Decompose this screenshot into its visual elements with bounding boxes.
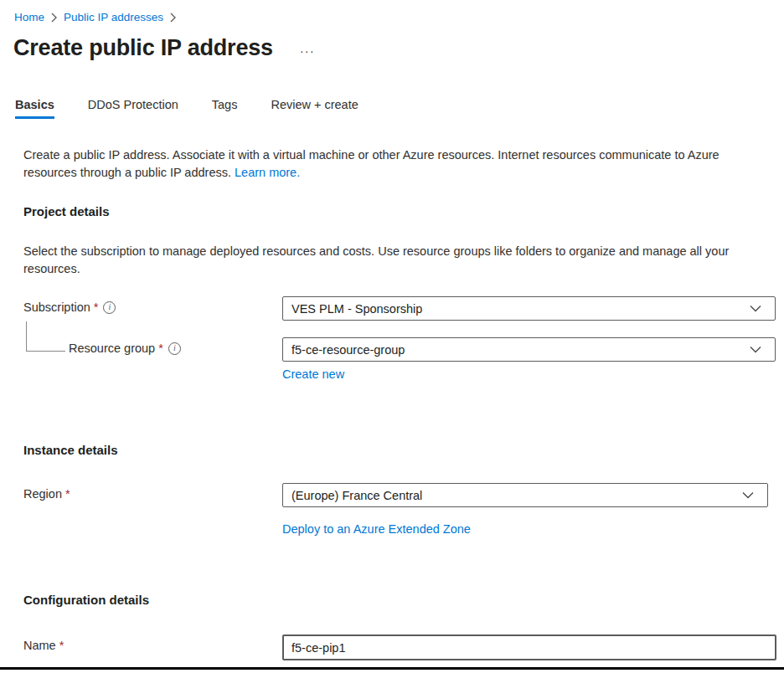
chevron-down-icon <box>750 305 761 312</box>
chevron-right-icon <box>169 13 177 23</box>
region-dropdown-value: (Europe) France Central <box>291 489 742 502</box>
create-public-ip-page: Home Public IP addresses Create public I… <box>0 0 784 673</box>
window-bottom-edge <box>0 667 784 670</box>
more-options-icon[interactable]: ··· <box>300 44 315 57</box>
chevron-right-icon <box>50 13 58 23</box>
breadcrumb: Home Public IP addresses <box>0 0 784 23</box>
region-label: Region <box>23 487 62 501</box>
subscription-label-group: Subscription * i <box>23 296 282 314</box>
region-row: Region * (Europe) France Central <box>23 483 761 507</box>
subscription-dropdown[interactable]: VES PLM - Sponsorship <box>282 296 776 321</box>
chevron-down-icon <box>742 491 754 499</box>
required-asterisk: * <box>65 487 70 501</box>
page-title: Create public IP address <box>13 35 273 61</box>
tab-basics[interactable]: Basics <box>15 98 54 119</box>
create-new-link[interactable]: Create new <box>282 367 344 381</box>
project-details-description: Select the subscription to manage deploy… <box>23 243 761 278</box>
deploy-azure-extended-zone-link[interactable]: Deploy to an Azure Extended Zone <box>282 522 471 536</box>
resource-group-dropdown[interactable]: f5-ce-resource-group <box>282 337 776 362</box>
region-label-group: Region * <box>23 483 282 501</box>
learn-more-link[interactable]: Learn more. <box>235 166 300 179</box>
tab-review-create[interactable]: Review + create <box>271 98 358 119</box>
subscription-dropdown-value: VES PLM - Sponsorship <box>291 302 750 316</box>
project-details-heading: Project details <box>23 204 761 218</box>
resource-group-row: Resource group * i f5-ce-resource-group … <box>23 337 761 382</box>
resource-group-dropdown-value: f5-ce-resource-group <box>291 343 750 357</box>
info-icon[interactable]: i <box>103 301 116 314</box>
required-asterisk: * <box>94 301 99 314</box>
intro-text-body: Create a public IP address. Associate it… <box>23 148 720 179</box>
name-label-group: Name * <box>23 634 282 652</box>
basics-tab-content: Create a public IP address. Associate it… <box>0 146 784 660</box>
tab-bar: Basics DDoS Protection Tags Review + cre… <box>15 98 784 119</box>
name-input[interactable] <box>282 634 776 660</box>
instance-details-heading: Instance details <box>23 443 761 457</box>
breadcrumb-public-ip-addresses-link[interactable]: Public IP addresses <box>64 11 163 23</box>
resource-group-label-group: Resource group * i <box>23 337 282 355</box>
breadcrumb-home-link[interactable]: Home <box>14 11 44 23</box>
configuration-details-heading: Configuration details <box>23 593 761 607</box>
header: Create public IP address ··· <box>0 23 784 61</box>
required-asterisk: * <box>158 342 163 355</box>
intro-text: Create a public IP address. Associate it… <box>23 146 761 182</box>
chevron-down-icon <box>750 346 761 353</box>
subscription-label: Subscription <box>23 301 90 314</box>
hierarchy-connector-line <box>26 321 65 352</box>
resource-group-label: Resource group <box>69 342 155 355</box>
required-asterisk: * <box>59 639 64 652</box>
name-row: Name * <box>23 634 761 660</box>
info-icon[interactable]: i <box>168 342 181 355</box>
region-dropdown[interactable]: (Europe) France Central <box>282 483 768 507</box>
subscription-row: Subscription * i VES PLM - Sponsorship <box>23 296 761 321</box>
tab-tags[interactable]: Tags <box>212 98 238 119</box>
name-label: Name <box>23 639 56 652</box>
tab-ddos-protection[interactable]: DDoS Protection <box>88 98 178 119</box>
